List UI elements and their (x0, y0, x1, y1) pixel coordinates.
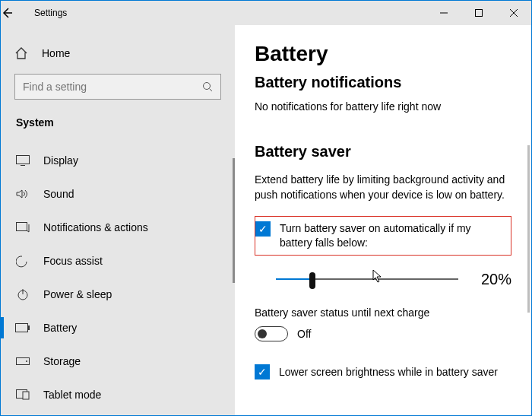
sidebar: Home System Display Sound Notifications … (1, 25, 235, 415)
back-button[interactable] (1, 7, 31, 19)
saver-status-toggle[interactable] (255, 326, 288, 341)
svg-rect-6 (17, 156, 30, 164)
sidebar-item-label: Battery (43, 322, 77, 334)
threshold-value: 20% (481, 271, 511, 288)
battery-saver-desc: Extend battery life by limiting backgrou… (255, 173, 511, 202)
auto-saver-row: ✓ Turn battery saver on automatically if… (255, 216, 511, 256)
cursor-icon (372, 269, 383, 283)
lower-brightness-label: Lower screen brightness while in battery… (279, 366, 498, 378)
sidebar-item-label: Notifications & actions (43, 221, 148, 233)
section-battery-saver: Battery saver (255, 143, 511, 160)
search-icon (202, 81, 213, 92)
sidebar-item-label: Storage (43, 355, 81, 367)
tablet-icon (14, 389, 31, 400)
search-input[interactable] (23, 81, 202, 93)
minimize-button[interactable] (426, 1, 461, 25)
toggle-knob (258, 329, 267, 338)
storage-icon (14, 357, 31, 365)
sidebar-item-label: Focus assist (43, 255, 103, 267)
notifications-empty: No notifications for battery life right … (255, 100, 511, 113)
content: Battery Battery notifications No notific… (235, 25, 531, 415)
notifications-icon (14, 222, 31, 233)
sidebar-item-focus-assist[interactable]: Focus assist (14, 244, 221, 278)
svg-rect-8 (17, 223, 27, 231)
toggle-state: Off (297, 328, 311, 340)
threshold-slider[interactable] (276, 272, 458, 286)
display-icon (14, 155, 31, 166)
slider-thumb[interactable] (309, 272, 315, 289)
lower-brightness-checkbox[interactable]: ✓ (255, 364, 270, 379)
sidebar-item-sound[interactable]: Sound (14, 177, 221, 211)
content-scrollbar[interactable] (527, 145, 530, 313)
sidebar-item-label: Power & sleep (43, 288, 112, 300)
sidebar-item-label: Tablet mode (43, 389, 101, 401)
sidebar-item-power-sleep[interactable]: Power & sleep (14, 278, 221, 311)
svg-rect-1 (476, 10, 483, 17)
battery-icon (14, 323, 31, 332)
svg-point-14 (26, 360, 27, 362)
focus-assist-icon (14, 254, 31, 268)
sidebar-item-storage[interactable]: Storage (14, 345, 221, 378)
sidebar-item-notifications[interactable]: Notifications & actions (14, 211, 221, 244)
slider-fill (276, 278, 312, 280)
power-icon (14, 287, 31, 301)
sidebar-item-label: Display (43, 154, 78, 167)
sidebar-item-tablet-mode[interactable]: Tablet mode (14, 378, 221, 411)
svg-rect-11 (16, 324, 28, 332)
svg-point-4 (204, 83, 211, 90)
maximize-button[interactable] (461, 1, 496, 25)
page-title: Battery (255, 42, 511, 66)
svg-rect-12 (28, 325, 30, 330)
sidebar-item-display[interactable]: Display (14, 144, 221, 177)
section-notifications: Battery notifications (255, 74, 511, 91)
home-icon (14, 46, 30, 60)
sidebar-item-battery[interactable]: Battery (14, 311, 221, 345)
auto-saver-checkbox[interactable]: ✓ (255, 221, 271, 237)
window-title: Settings (31, 8, 426, 18)
sidebar-home[interactable]: Home (14, 46, 221, 60)
svg-line-5 (210, 89, 213, 92)
sidebar-item-label: Sound (43, 188, 74, 200)
search-input-container[interactable] (14, 74, 221, 100)
sidebar-home-label: Home (42, 47, 70, 59)
svg-rect-16 (23, 392, 29, 399)
auto-saver-label: Turn battery saver on automatically if m… (280, 221, 506, 250)
saver-status-label: Battery saver status until next charge (255, 306, 511, 319)
sidebar-group: System (14, 116, 221, 129)
sound-icon (14, 189, 31, 199)
close-button[interactable] (496, 1, 531, 25)
